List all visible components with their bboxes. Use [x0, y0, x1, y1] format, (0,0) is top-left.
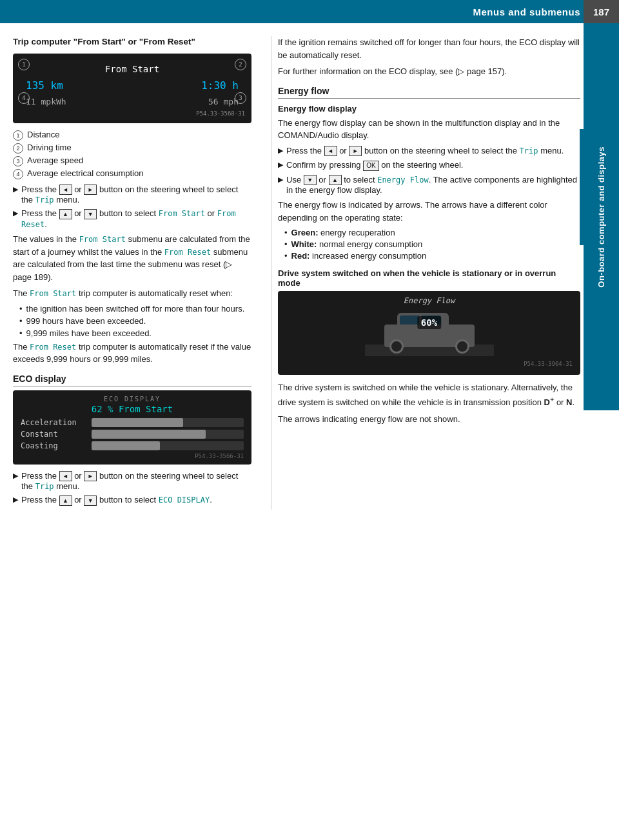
trip-computer-display: 1 2 3 4 From Start 135 km 1:30 h 11 mpkW… — [13, 54, 251, 123]
down-btn-ef-3[interactable]: ▼ — [304, 175, 317, 185]
arrow-icon-1 — [13, 185, 18, 194]
display-watermark: P54.33-3568-31 — [19, 110, 245, 117]
energy-display-watermark: P54.33-3904-31 — [286, 361, 573, 367]
legend-num-2: 2 — [13, 143, 23, 154]
green-label: Green: — [291, 228, 319, 237]
main-content: Trip computer "From Start" or "From Rese… — [0, 23, 580, 523]
from-start-mono: From Start — [159, 209, 205, 218]
bullet-3: • 9,999 miles have been exceeded. — [13, 328, 251, 338]
d-bold: D — [544, 397, 550, 407]
bullet-2: • 999 hours have been exceeded. — [13, 316, 251, 326]
side-tab-accent — [580, 129, 584, 245]
arrow-icon-ef-1 — [278, 146, 283, 155]
ok-btn-ef[interactable]: OK — [363, 161, 378, 171]
side-tab: On-board computer and displays — [584, 23, 619, 410]
car-container: 60% — [365, 311, 494, 356]
eco-arrow-items: Press the ◄ or ► button on the steering … — [13, 471, 251, 506]
up-btn-eco-2[interactable]: ▲ — [59, 495, 72, 506]
green-text: energy recuperation — [320, 228, 395, 237]
ef-arrow-2-text: Confirm by pressing OK on the steering w… — [286, 160, 463, 171]
dot-red: • — [284, 251, 288, 261]
left-btn-eco-1[interactable]: ◄ — [59, 471, 72, 481]
arrow-icon-ef-2 — [278, 161, 283, 169]
display-values: 135 km 1:30 h — [19, 78, 245, 93]
legend-text-2: Driving time — [27, 143, 72, 152]
trip-arrow-2-text: Press the ▲ or ▼ button to select From S… — [21, 208, 251, 229]
eco-label-acceleration: Acceleration — [21, 418, 92, 427]
eco-display-subtitle: 62 % From Start — [21, 404, 244, 414]
trip-para-1: The values in the From Start submenu are… — [13, 233, 251, 283]
display-value-right: 1:30 h — [201, 79, 239, 92]
trip-mono-1: Trip — [35, 195, 54, 205]
left-btn-1[interactable]: ◄ — [59, 185, 72, 195]
display-row2-right: 56 mph — [208, 97, 239, 106]
eco-bar-coasting — [92, 441, 244, 450]
eco-display: ECO DISPLAY 62 % From Start Acceleration… — [13, 390, 251, 465]
legend-text-3: Average speed — [27, 155, 83, 165]
eco-section-heading: ECO display — [13, 374, 251, 386]
red-label: Red: — [291, 251, 310, 261]
ef-arrow-1-text: Press the ◄ or ► button on the steering … — [286, 146, 564, 157]
energy-flow-heading: Energy flow — [278, 86, 580, 99]
eco-bar-fill-coasting — [92, 441, 160, 450]
arrow-icon-ef-3 — [278, 175, 283, 184]
n-bold: N — [566, 397, 572, 407]
eco-label-constant: Constant — [21, 430, 92, 439]
energy-car-area: 60% — [286, 308, 573, 359]
up-btn-1[interactable]: ▲ — [59, 209, 72, 219]
left-btn-ef-1[interactable]: ◄ — [324, 146, 337, 156]
bullet-1: • the ignition has been switched off for… — [13, 304, 251, 314]
eco-arrow-2: Press the ▲ or ▼ button to select ECO DI… — [13, 495, 251, 506]
legend-text-1: Distance — [27, 130, 60, 139]
d-super: + — [550, 395, 554, 403]
legend-list: 1 Distance 2 Driving time 3 Average spee… — [13, 130, 251, 179]
right-btn-1[interactable]: ► — [84, 185, 97, 195]
window-front — [400, 315, 419, 325]
from-reset-mono-3: From Reset — [30, 343, 76, 352]
ef-arrow-3: Use ▼ or ▲ to select Energy Flow. The ac… — [278, 175, 580, 195]
eco-arrow-2-text: Press the ▲ or ▼ button to select ECO DI… — [21, 495, 212, 506]
dot-icon-2: • — [19, 316, 23, 326]
header-title: Menus and submenus — [473, 6, 580, 17]
ef-arrow-items: Press the ◄ or ► button on the steering … — [278, 146, 580, 195]
legend-text-4: Average electrical consumption — [27, 168, 143, 178]
energy-flow-mono: Energy Flow — [377, 175, 428, 185]
eco-arrow-1: Press the ◄ or ► button on the steering … — [13, 471, 251, 492]
legend-num-1: 1 — [13, 130, 23, 141]
ef-arrow-1: Press the ◄ or ► button on the steering … — [278, 146, 580, 157]
right-para-2: For further information on the ECO displ… — [278, 65, 580, 78]
down-btn-eco-2[interactable]: ▼ — [84, 495, 97, 506]
bullet-list: • the ignition has been switched off for… — [13, 304, 251, 338]
circle-4: 4 — [18, 92, 30, 104]
legend-item-4: 4 Average electrical consumption — [13, 168, 251, 179]
eco-row-acceleration: Acceleration — [21, 418, 244, 427]
eco-display-title: ECO DISPLAY — [21, 395, 244, 403]
circle-3: 3 — [235, 92, 246, 104]
color-item-white: • White: normal energy consumption — [284, 239, 580, 249]
color-item-green: • Green: energy recuperation — [284, 228, 580, 237]
dot-green: • — [284, 228, 288, 237]
eco-display-mono: ECO DISPLAY — [159, 495, 210, 505]
eco-label-coasting: Coasting — [21, 441, 92, 450]
display-row2: 11 mpkWh 56 mph — [19, 95, 245, 108]
dot-icon-1: • — [19, 304, 23, 314]
trip-arrow-1-text: Press the ◄ or ► button on the steering … — [21, 185, 251, 205]
trip-arrow-items: Press the ◄ or ► button on the steering … — [13, 185, 251, 229]
white-text: normal energy consumption — [319, 239, 422, 249]
right-btn-eco-1[interactable]: ► — [84, 471, 97, 481]
ef-para-1: The energy flow display can be shown in … — [278, 117, 580, 142]
up-btn-ef-3[interactable]: ▲ — [329, 175, 342, 185]
circle-1: 1 — [18, 59, 30, 70]
trip-computer-title: Trip computer "From Start" or "From Rese… — [13, 36, 251, 48]
arrow-icon-eco-1 — [13, 472, 18, 480]
color-list: • Green: energy recuperation • White: no… — [278, 228, 580, 261]
legend-item-3: 3 Average speed — [13, 155, 251, 166]
left-column: Trip computer "From Start" or "From Rese… — [13, 36, 264, 510]
eco-arrow-1-text: Press the ◄ or ► button on the steering … — [21, 471, 251, 492]
trip-mono-ef-1: Trip — [520, 146, 538, 155]
display-value-left: 135 km — [26, 79, 63, 92]
header-bar: Menus and submenus — [0, 0, 619, 23]
down-btn-1[interactable]: ▼ — [84, 209, 97, 219]
right-btn-ef-1[interactable]: ► — [349, 146, 362, 156]
legend-item-2: 2 Driving time — [13, 143, 251, 154]
